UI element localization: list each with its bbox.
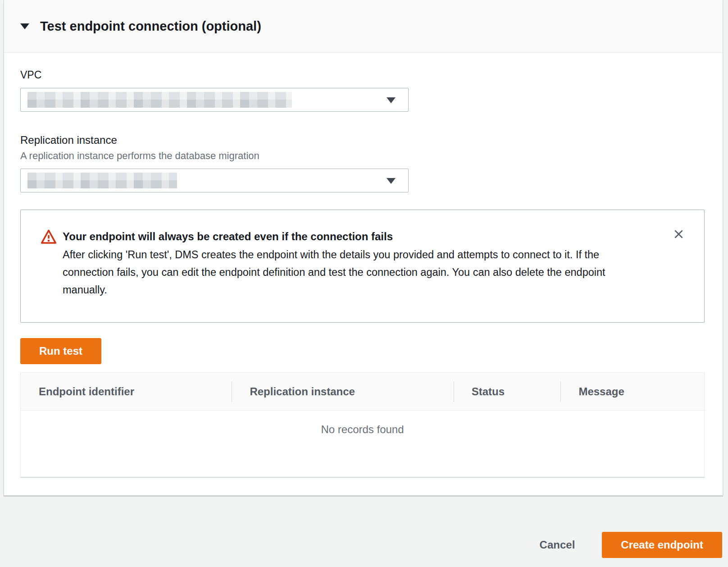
section-header-toggle[interactable]: Test endpoint connection (optional) <box>4 0 723 53</box>
section-title: Test endpoint connection (optional) <box>40 19 261 34</box>
form-actions-footer: Cancel Create endpoint <box>0 496 728 567</box>
vpc-label: VPC <box>20 68 705 82</box>
create-endpoint-button[interactable]: Create endpoint <box>602 532 722 558</box>
replication-instance-redacted-value <box>27 173 177 188</box>
column-header-message: Message <box>560 373 704 410</box>
table-empty-state: No records found <box>21 411 704 477</box>
warning-text-block: Your endpoint will always be created eve… <box>63 229 688 299</box>
warning-title: Your endpoint will always be created eve… <box>63 229 688 245</box>
replication-instance-description: A replication instance performs the data… <box>20 150 705 162</box>
warning-triangle-icon <box>41 229 57 299</box>
dropdown-arrow-icon <box>387 178 396 184</box>
vpc-redacted-value <box>27 92 292 108</box>
run-test-button[interactable]: Run test <box>20 338 101 364</box>
cancel-button[interactable]: Cancel <box>530 532 585 558</box>
no-records-message: No records found <box>321 423 404 435</box>
dropdown-arrow-icon <box>387 97 396 103</box>
replication-instance-select[interactable] <box>20 169 409 192</box>
table-header-row: Endpoint identifier Replication instance… <box>21 373 704 411</box>
connection-warning-alert: Your endpoint will always be created eve… <box>20 210 705 323</box>
column-header-replication-instance: Replication instance <box>232 373 453 410</box>
test-endpoint-connection-section: Test endpoint connection (optional) VPC … <box>4 0 723 496</box>
test-results-table: Endpoint identifier Replication instance… <box>20 372 705 477</box>
close-icon[interactable] <box>672 227 685 241</box>
section-content: VPC Replication instance A replication i… <box>4 68 723 477</box>
vpc-select[interactable] <box>20 88 409 112</box>
column-header-endpoint-identifier: Endpoint identifier <box>21 373 232 410</box>
column-header-status: Status <box>454 373 561 410</box>
replication-instance-label: Replication instance <box>20 133 705 147</box>
collapse-triangle-icon <box>20 23 29 29</box>
warning-body: After clicking 'Run test', DMS creates t… <box>63 246 648 299</box>
